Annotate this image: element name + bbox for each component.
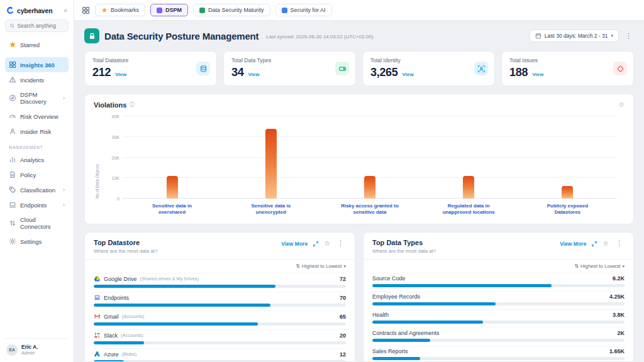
sidebar-item-insider-risk[interactable]: Insider Risk (5, 124, 69, 139)
data-type-value: 1.65K (609, 348, 625, 354)
dspm-icon (157, 8, 162, 13)
sidebar-item-endpoints[interactable]: Endpoints › (5, 197, 69, 212)
cyberhaven-logo-icon (6, 6, 14, 14)
security-for-ai-icon (282, 8, 287, 13)
view-more-link[interactable]: View More (560, 241, 586, 247)
sidebar-item-settings[interactable]: Settings (5, 234, 69, 249)
violation-category-link[interactable]: Sensitive data is unencrypted (238, 203, 304, 220)
violation-category-link[interactable]: Publicly exposed Datastores (535, 203, 600, 220)
document-icon (9, 171, 16, 178)
user-name: Eric A. (21, 344, 38, 350)
datastore-row[interactable]: Google Drive (Shared drives & My Drives)… (94, 273, 346, 292)
sidebar-item-policy[interactable]: Policy (5, 167, 69, 182)
violation-bar[interactable] (265, 129, 277, 199)
violation-bar[interactable] (562, 186, 573, 199)
sort-dropdown[interactable]: ⇅ Highest to Lowest ▾ (364, 260, 633, 273)
datastore-value: 20 (340, 332, 346, 339)
user-role: Admin (21, 350, 38, 356)
view-link[interactable]: View (532, 72, 543, 77)
sidebar-item-cloud-connectors[interactable]: Cloud Connectors (5, 212, 69, 234)
y-tick: 40K (112, 114, 119, 119)
sidebar-item-insights-360[interactable]: Insights 360 (5, 57, 69, 72)
panel-subtitle: Where are the most data at? (94, 248, 157, 254)
sort-label: Highest to Lowest (580, 263, 621, 269)
stat-label: Total Identity (370, 57, 487, 63)
panel-title: Top Datastore (94, 239, 157, 246)
user-profile[interactable]: EA Eric A. Admin (5, 338, 69, 356)
sidebar-item-classification[interactable]: Classification › (5, 182, 69, 197)
datastore-row[interactable]: Gmail (Accounts) 65 (94, 310, 346, 329)
main-content: Data Security Posture Management Last sy… (74, 21, 644, 362)
expand-icon[interactable] (313, 241, 319, 247)
datastore-note: (Accounts) (121, 332, 143, 338)
favorite-star-icon[interactable]: ☆ (618, 101, 625, 109)
sidebar-item-starred[interactable]: Starred (5, 37, 69, 52)
data-type-row[interactable]: Health 3.8K (372, 309, 625, 327)
sidebar-item-dspm-discovery[interactable]: DSPM Discovery › (5, 87, 69, 109)
search-input[interactable] (18, 23, 64, 29)
tab-label: DSPM (165, 7, 182, 13)
tab-dspm[interactable]: DSPM (150, 4, 188, 16)
sort-dropdown[interactable]: ⇅ Highest to Lowest ▾ (85, 260, 355, 273)
progress-track (372, 284, 625, 287)
view-link[interactable]: View (402, 72, 414, 77)
header-kebab-menu[interactable]: ⋮ (623, 32, 634, 40)
sidebar-nav: Insights 360 Incidents DSPM Discovery › … (5, 57, 69, 139)
bookmark-star-icon (101, 7, 108, 13)
data-type-row[interactable]: Contracts and Agreements 2K (372, 327, 625, 346)
view-link[interactable]: View (115, 72, 126, 77)
y-tick: 30K (112, 134, 119, 139)
data-type-row[interactable]: Employee Records 4.25K (372, 291, 625, 309)
sidebar-item-label: Insider Risk (20, 128, 52, 135)
violation-category-link[interactable]: Risky access granted to sensitive data (337, 203, 402, 220)
datastore-note: (Accounts) (122, 314, 145, 319)
datastore-row[interactable]: Endpoints 70 (94, 292, 346, 310)
stat-card-total-data-types: Total Data Types 34 View (223, 51, 356, 86)
datastore-name: Google Drive (104, 276, 137, 282)
expand-icon[interactable] (591, 241, 597, 247)
sidebar-item-label: Incidents (20, 77, 44, 84)
panel-kebab-menu[interactable]: ⋮ (614, 239, 625, 248)
datastore-row[interactable]: Azure (Blobs) 12 (94, 348, 346, 362)
compass-icon (9, 94, 16, 102)
gauge-icon (9, 112, 16, 120)
sidebar: cyberhaven « Starred Insights 360 Incide… (0, 0, 74, 362)
datastore-row[interactable]: Slack (Accounts) 20 (94, 329, 346, 348)
violation-bar[interactable] (167, 176, 178, 199)
progress-fill (94, 304, 270, 307)
sidebar-item-analytics[interactable]: Analytics (5, 152, 69, 167)
violation-bar[interactable] (364, 176, 375, 199)
view-more-link[interactable]: View More (281, 241, 308, 247)
date-range-dropdown[interactable]: Last 30 days: March 2 - 31 ▾ (530, 30, 619, 42)
violation-category-link[interactable]: Regulated data in unapproved locations (436, 203, 501, 220)
search-box[interactable] (5, 19, 69, 32)
favorite-star-icon[interactable]: ☆ (602, 239, 609, 248)
violation-bar[interactable] (463, 176, 474, 199)
management-section-label: MANAGEMENT (5, 139, 69, 152)
apps-grid-button[interactable] (82, 6, 90, 14)
sidebar-item-incidents[interactable]: Incidents (5, 72, 69, 87)
violation-category-link[interactable]: Sensitive data in overshared (140, 203, 205, 220)
stat-value: 188 (509, 66, 528, 79)
panel-kebab-menu[interactable]: ⋮ (335, 239, 346, 248)
progress-fill (372, 357, 420, 360)
tab-security-for-ai[interactable]: Security for AI (275, 4, 332, 16)
panel-title: Top Data Types (372, 239, 436, 246)
sidebar-item-label: DSPM Discovery (20, 91, 59, 105)
chart-plot-area: 40K 30K 20K 10K 0 (123, 116, 617, 199)
view-link[interactable]: View (248, 72, 259, 77)
sidebar-item-risk-overview[interactable]: Risk Overview (5, 109, 69, 124)
info-icon[interactable]: ⓘ (129, 101, 135, 109)
data-type-name: Contracts and Agreements (372, 330, 440, 336)
data-type-row[interactable]: Sales Reports 1.65K (372, 346, 625, 362)
favorite-star-icon[interactable]: ☆ (324, 239, 330, 248)
tag-icon (9, 186, 16, 194)
google-drive-icon (94, 275, 101, 282)
sidebar-collapse-icon[interactable]: « (64, 7, 67, 14)
tab-data-security-maturity[interactable]: Data Security Maturity (193, 4, 270, 16)
tab-bookmarks[interactable]: Bookmarks (95, 4, 145, 16)
bar-chart-icon (9, 156, 16, 163)
progress-track (94, 285, 346, 288)
data-type-row[interactable]: Source Code 6.2K (372, 273, 625, 291)
datastore-name: Endpoints (104, 295, 129, 301)
